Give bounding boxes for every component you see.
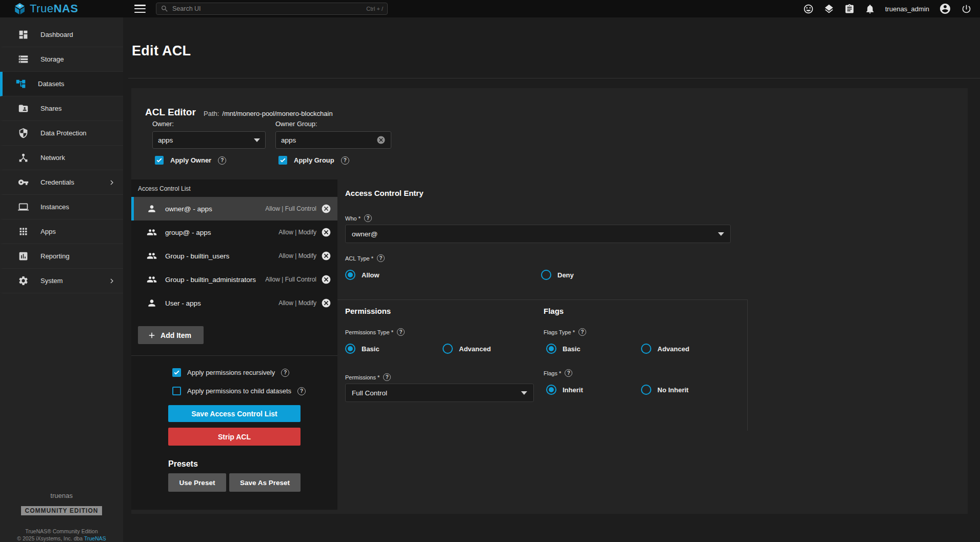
global-search[interactable]: Ctrl + /: [156, 3, 388, 15]
plus-icon: [147, 331, 156, 340]
acl-entry-name: Group - builtin_administrators: [165, 276, 256, 284]
sidebar-item-network[interactable]: Network: [0, 146, 123, 170]
acl-list-title: Access Control List: [131, 179, 337, 197]
help-icon[interactable]: [565, 369, 572, 377]
acl-type-label: ACL Type *: [345, 254, 385, 262]
panel-divider: [131, 355, 337, 356]
flags-section-title: Flags: [544, 307, 564, 315]
apply-owner-checkbox[interactable]: [155, 156, 164, 165]
delete-entry-icon[interactable]: [321, 251, 331, 261]
search-shortcut: Ctrl + /: [366, 6, 383, 12]
radio-allow[interactable]: Allow: [345, 270, 379, 280]
menu-toggle-icon[interactable]: [134, 5, 146, 13]
username-label: truenas_admin: [885, 5, 929, 13]
help-icon[interactable]: [383, 373, 391, 381]
sidebar-item-credentials[interactable]: Credentials: [0, 170, 123, 195]
add-item-button[interactable]: Add Item: [138, 326, 204, 344]
truenas-logo[interactable]: TrueNAS: [0, 2, 123, 15]
power-icon[interactable]: [961, 4, 972, 14]
who-select[interactable]: owner@: [345, 225, 731, 243]
acl-entry-name: Group - builtin_users: [165, 252, 229, 260]
delete-entry-icon[interactable]: [321, 204, 331, 214]
owner-group-input-wrap[interactable]: [275, 131, 391, 149]
sidebar-item-reporting[interactable]: Reporting: [0, 244, 123, 269]
sidebar-item-dashboard[interactable]: Dashboard: [0, 23, 123, 47]
radio-flags-advanced[interactable]: Advanced: [641, 344, 689, 354]
sidebar-item-instances[interactable]: Instances: [0, 195, 123, 219]
recursive-checkbox[interactable]: [172, 368, 181, 377]
owner-select[interactable]: apps: [152, 131, 266, 149]
sidebar-item-label: Reporting: [41, 252, 69, 260]
radio-circle: [546, 385, 556, 395]
acl-editor-header: ACL Editor Path:/mnt/monero-pool/monero-…: [131, 88, 968, 179]
radio-permissions-advanced[interactable]: Advanced: [443, 344, 491, 354]
use-preset-button[interactable]: Use Preset: [168, 473, 226, 492]
acl-entry-builtin-administrators[interactable]: Group - builtin_administrators Allow | F…: [131, 268, 337, 291]
clear-icon[interactable]: [376, 135, 386, 145]
network-hub-icon: [18, 152, 29, 163]
column-divider: [747, 299, 748, 431]
sidebar-item-storage[interactable]: Storage: [0, 47, 123, 72]
save-as-preset-button[interactable]: Save As Preset: [229, 473, 301, 492]
help-icon[interactable]: [341, 156, 349, 165]
save-acl-button[interactable]: Save Access Control List: [168, 405, 301, 422]
radio-circle: [443, 344, 453, 354]
delete-entry-icon[interactable]: [321, 274, 331, 285]
truecommand-icon[interactable]: [824, 4, 834, 14]
acl-entry-user-apps[interactable]: User - apps Allow | Modify: [131, 291, 337, 315]
sidebar-item-label: Datasets: [38, 80, 64, 88]
help-icon[interactable]: [578, 328, 586, 336]
radio-no-inherit[interactable]: No Inherit: [641, 385, 689, 395]
acl-entry-owner[interactable]: owner@ - apps Allow | Full Control: [131, 197, 337, 220]
group-icon: [147, 227, 157, 237]
alerts-bell-icon[interactable]: [865, 4, 875, 14]
help-icon[interactable]: [377, 254, 385, 262]
chevron-down-icon: [521, 391, 527, 395]
acl-entry-builtin-users[interactable]: Group - builtin_users Allow | Modify: [131, 244, 337, 268]
help-icon[interactable]: [218, 156, 226, 165]
truenas-footer-link[interactable]: TrueNAS: [84, 535, 106, 541]
sidebar-item-label: Shares: [41, 105, 62, 112]
delete-entry-icon[interactable]: [321, 227, 331, 237]
help-icon[interactable]: [397, 328, 405, 336]
group-icon: [147, 274, 157, 285]
apply-group-checkbox[interactable]: [278, 156, 287, 165]
who-label: Who *: [345, 214, 372, 222]
page-title: Edit ACL: [132, 43, 191, 59]
help-icon[interactable]: [364, 214, 372, 222]
acl-entry-permission: Allow | Full Control: [265, 276, 316, 283]
search-icon: [161, 5, 169, 13]
acl-entry-permission: Allow | Modify: [278, 299, 316, 307]
sidebar: Dashboard Storage Datasets Shares Data P…: [0, 17, 123, 542]
gear-icon: [18, 275, 29, 286]
sidebar-item-system[interactable]: System: [0, 269, 123, 293]
radio-flags-basic[interactable]: Basic: [546, 344, 581, 354]
radio-label: Basic: [563, 345, 581, 353]
help-icon[interactable]: [281, 369, 289, 377]
permissions-select[interactable]: Full Control: [345, 384, 534, 402]
footer-copyright: © 2025 iXsystems, Inc. dba TrueNAS: [0, 535, 123, 541]
sidebar-item-apps[interactable]: Apps: [0, 219, 123, 244]
topbar-actions: truenas_admin: [803, 3, 980, 15]
owner-group-input[interactable]: [281, 136, 376, 144]
truenas-logo-icon: [13, 3, 26, 15]
sidebar-item-datasets[interactable]: Datasets: [0, 72, 123, 96]
acl-entry-group[interactable]: group@ - apps Allow | Modify: [131, 220, 337, 244]
sidebar-item-label: System: [41, 277, 63, 285]
radio-deny[interactable]: Deny: [541, 270, 574, 280]
path-label: Path:: [204, 110, 219, 117]
storage-icon: [18, 54, 29, 65]
feedback-smiley-icon[interactable]: [803, 4, 814, 14]
child-datasets-checkbox[interactable]: [172, 387, 181, 395]
sidebar-item-data-protection[interactable]: Data Protection: [0, 121, 123, 146]
owner-group-label: Owner Group:: [275, 120, 317, 128]
radio-permissions-basic[interactable]: Basic: [345, 344, 379, 354]
user-avatar-icon[interactable]: [939, 3, 951, 15]
help-icon[interactable]: [297, 387, 306, 395]
jobs-clipboard-icon[interactable]: [844, 4, 855, 14]
strip-acl-button[interactable]: Strip ACL: [168, 428, 301, 446]
delete-entry-icon[interactable]: [321, 298, 331, 308]
radio-inherit[interactable]: Inherit: [546, 385, 583, 395]
sidebar-item-shares[interactable]: Shares: [0, 96, 123, 121]
search-input[interactable]: [172, 5, 363, 12]
